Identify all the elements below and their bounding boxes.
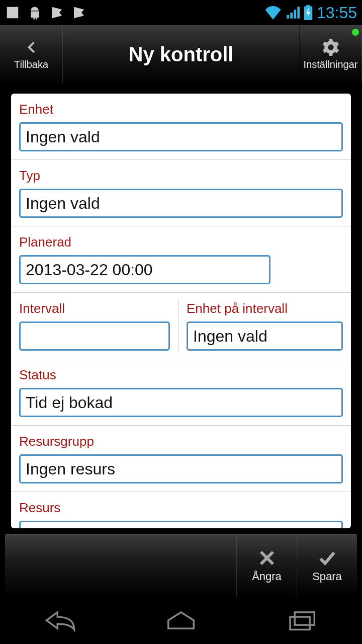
field-planerad[interactable]: 2013-03-22 00:00 [19,255,270,284]
status-left [5,5,86,20]
row-status: Status Tid ej bokad [11,359,351,426]
nav-recent-icon[interactable] [284,609,319,632]
android-icon [27,5,42,20]
save-button[interactable]: Spara [297,535,357,597]
bottom-toolbar: Ångra Spara [5,534,357,597]
label-intervall: Intervall [19,301,170,316]
field-enhet[interactable]: Ingen vald [19,122,343,151]
label-enhet: Enhet [19,102,343,117]
nav-home-icon[interactable] [163,609,199,632]
wifi-icon [264,6,282,20]
status-indicator [352,29,359,36]
field-resursgrupp[interactable]: Ingen resurs [19,454,343,484]
back-button[interactable]: Tillbaka [0,26,63,84]
app-header: Tillbaka Ny kontroll Inställningar [0,25,362,84]
row-intervall: Intervall Enhet på intervall Ingen vald [11,293,351,359]
settings-label: Inställningar [304,59,358,70]
battery-icon [304,5,313,20]
field-status[interactable]: Tid ej bokad [19,388,343,417]
cancel-label: Ångra [252,570,282,583]
play-icon-2 [71,5,86,20]
row-typ: Typ Ingen vald [11,160,351,226]
close-icon [258,549,276,567]
status-bar: 13:55 [0,0,362,25]
page-title: Ny kontroll [63,43,299,66]
svg-rect-1 [295,612,314,625]
field-typ[interactable]: Ingen vald [19,189,343,218]
save-label: Spara [312,570,342,583]
label-resursgrupp: Resursgrupp [19,434,343,449]
clock: 13:55 [317,4,357,22]
label-enhet-intervall: Enhet på intervall [187,301,343,316]
nav-back-icon[interactable] [43,609,78,632]
row-planerad: Planerad 2013-03-22 00:00 [11,226,351,293]
play-icon [49,5,64,20]
check-icon [318,549,336,567]
cancel-button[interactable]: Ångra [236,535,297,597]
form-panel: Enhet Ingen vald Typ Ingen vald Planerad… [11,94,351,528]
row-enhet: Enhet Ingen vald [11,94,351,160]
status-right: 13:55 [264,4,357,22]
label-typ: Typ [19,168,343,184]
chevron-left-icon [23,39,40,56]
row-resurs: Resurs Ingen resurs [11,492,351,528]
label-planerad: Planerad [19,234,343,250]
row-resursgrupp: Resursgrupp Ingen resurs [11,426,351,492]
field-resurs[interactable]: Ingen resurs [19,521,343,528]
label-status: Status [19,367,343,383]
field-enhet-intervall[interactable]: Ingen vald [187,321,343,351]
system-nav-bar [0,597,362,644]
label-resurs: Resurs [19,500,343,516]
signal-icon [286,6,300,20]
svg-rect-0 [290,617,310,629]
gear-icon [322,39,339,56]
back-label: Tillbaka [14,59,48,70]
picture-icon [5,5,20,20]
field-intervall[interactable] [19,321,170,351]
